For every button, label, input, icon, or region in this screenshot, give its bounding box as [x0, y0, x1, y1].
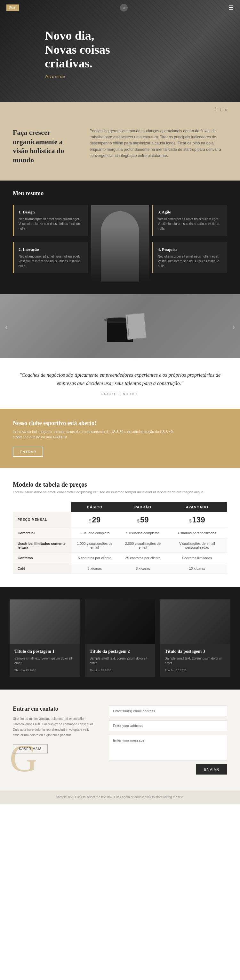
pricing-col-standard: PADRÃO: [119, 502, 167, 512]
pricing-row-label: PREÇO MENSAL: [13, 512, 71, 528]
resume-item-text-2: Nec ullamcorper sit amet risus nullam eg…: [19, 254, 83, 269]
sports-text: Inscreva-se hoje pagando nossas taxas de…: [13, 429, 173, 440]
pricing-row-basic-commercial: 1 usuário completo: [71, 528, 119, 538]
entrar-button[interactable]: ENTRAR: [13, 447, 43, 457]
pricing-row-standard-commercial: 5 usuários completos: [119, 528, 167, 538]
footer: Sample Text. Click to select the text bo…: [0, 791, 240, 803]
pricing-row-users: Usuários ilimitados somente leitura 1.00…: [13, 538, 227, 552]
post-body-3: Título da postagem 3 Sample small text. …: [160, 644, 230, 677]
resume-item-text-3: Nec ullamcorper sit amet risus nullam eg…: [158, 216, 222, 231]
post-title-3: Título da postagem 3: [165, 649, 226, 654]
contact-heading: Entrar em contato: [13, 706, 96, 712]
resume-item-research: 4. Pesquisa Nec ullamcorper sit amet ris…: [152, 242, 227, 273]
site-logo[interactable]: Start: [6, 5, 19, 11]
address-field[interactable]: [109, 720, 227, 731]
pricing-row-label-commercial: Comercial: [13, 528, 71, 538]
pricing-row-basic-contacts: 5 contatos por cliente: [71, 552, 119, 563]
contact-section: G Entrar em contato Ut enim ad minim ven…: [0, 690, 240, 791]
hero-title: Novo dia, Novas coisas criativas.: [45, 29, 110, 71]
pricing-row-standard-coffee: 8 xícaras: [119, 563, 167, 574]
pricing-row-commercial: Comercial 1 usuário completo 5 usuários …: [13, 528, 227, 538]
price-value-advanced: 139: [192, 515, 205, 524]
pricing-price-standard: $59: [119, 512, 167, 528]
pricing-price-row: PREÇO MENSAL $29 $59 $139: [13, 512, 227, 528]
pricing-row-advanced-contacts: Contatos ilimitados: [167, 552, 227, 563]
post-date-2: Thu Jun 25 2020: [90, 669, 150, 672]
resume-item-text: Nec ullamcorper sit amet risus nullam eg…: [19, 216, 83, 231]
post-text-2: Sample small text. Lorem ipsum dolor sit…: [90, 656, 150, 666]
resume-item-title-2: 2. Inovação: [19, 247, 83, 252]
pricing-heading: Modelo de tabela de preços: [13, 481, 227, 488]
resume-item-title: 1. Design: [19, 210, 83, 215]
hero-content: Novo dia, Novas coisas criativas. Wiya i…: [45, 29, 110, 78]
post-image-3: [160, 600, 230, 644]
instagram-icon[interactable]: o: [225, 107, 227, 112]
saber-mais-button[interactable]: SABER MAIS: [13, 744, 48, 754]
resume-right: 3. Agile Nec ullamcorper sit amet risus …: [152, 205, 227, 273]
resume-left: 1. Design Nec ullamcorper sit amet risus…: [13, 205, 88, 273]
pricing-row-label-contacts: Contatos: [13, 552, 71, 563]
photo-person: [101, 211, 139, 282]
menu-button[interactable]: ☰: [229, 4, 234, 11]
resume-item-title-3: 3. Agile: [158, 210, 222, 215]
quote-section: "Coaches de negócios são tipicamente emp…: [0, 358, 240, 408]
resume-item-agile: 3. Agile Nec ullamcorper sit amet risus …: [152, 205, 227, 236]
post-text-3: Sample small text. Lorem ipsum dolor sit…: [165, 656, 226, 666]
hero-subtitle: Wiya imam: [45, 75, 110, 78]
post-body-1: Título da postagem 1 Sample small text. …: [10, 644, 80, 677]
grow-right: Podcasting gerenciamento de mudanças ope…: [90, 128, 227, 165]
pricing-row-basic-users: 1.000 visualizações de email: [71, 538, 119, 552]
resume-center-photo: [88, 205, 152, 282]
post-image-1: [10, 600, 80, 644]
post-body-2: Título da postagem 2 Sample small text. …: [85, 644, 155, 677]
quote-text: "Coaches de negócios são tipicamente emp…: [19, 371, 221, 387]
pricing-subtext: Lorem ipsum dolor sit amet, consectetur …: [13, 490, 227, 494]
resume-item-design: 1. Design Nec ullamcorper sit amet risus…: [13, 205, 88, 236]
search-button[interactable]: ⌕: [120, 4, 128, 11]
price-value-standard: 59: [140, 515, 149, 524]
pricing-row-advanced-users: Visualizações de email personalizadas: [167, 538, 227, 552]
resume-item-innovation: 2. Inovação Nec ullamcorper sit amet ris…: [13, 242, 88, 273]
post-overlay-2: [85, 600, 155, 644]
slider-section: ‹ ›: [0, 294, 240, 358]
facebook-icon[interactable]: f: [214, 107, 216, 112]
search-icon: ⌕: [123, 5, 125, 10]
resume-item-title-4: 4. Pesquisa: [158, 247, 222, 252]
email-field[interactable]: [109, 706, 227, 716]
pricing-row-contacts: Contatos 5 contatos por cliente 25 conta…: [13, 552, 227, 563]
price-value-basic: 29: [92, 515, 101, 524]
post-card-3: Título da postagem 3 Sample small text. …: [160, 600, 230, 677]
pricing-price-advanced: $139: [167, 512, 227, 528]
pricing-row-standard-users: 2.000 visualizações de email: [119, 538, 167, 552]
pricing-col-empty: [13, 502, 71, 512]
grow-heading: Faça crescer organicamente a visão holís…: [13, 128, 77, 165]
contact-text: Ut enim ad minim veniam, quis nostrud ex…: [13, 716, 96, 738]
grow-left: Faça crescer organicamente a visão holís…: [13, 128, 77, 165]
pricing-row-basic-coffee: 5 xícaras: [71, 563, 119, 574]
pricing-row-advanced-coffee: 10 xícaras: [167, 563, 227, 574]
slider-prev-button[interactable]: ‹: [5, 321, 8, 331]
pricing-table: BÁSICO PADRÃO AVANÇADO PREÇO MENSAL $29 …: [13, 502, 227, 574]
hero-overlay: [0, 0, 240, 102]
slider-visual: [88, 301, 152, 352]
post-image-2: [85, 600, 155, 644]
coffee-visual: [88, 301, 152, 352]
post-card-2: Título da postagem 2 Sample small text. …: [85, 600, 155, 677]
hero-section: Start ⌕ ☰ Novo dia, Novas coisas criativ…: [0, 0, 240, 102]
slider-next-button[interactable]: ›: [232, 321, 235, 331]
resume-grid: 1. Design Nec ullamcorper sit amet risus…: [13, 205, 227, 282]
currency-standard: $: [137, 518, 139, 523]
resume-item-text-4: Nec ullamcorper sit amet risus nullam eg…: [158, 254, 222, 269]
pricing-row-label-users: Usuários ilimitados somente leitura: [13, 538, 71, 552]
resume-heading: Meu resumo: [13, 190, 227, 197]
enviar-button[interactable]: ENVIAR: [196, 764, 227, 775]
pricing-price-basic: $29: [71, 512, 119, 528]
pricing-row-advanced-commercial: Usuários personalizados: [167, 528, 227, 538]
sports-section: Nosso clube esportivo está aberto! Inscr…: [0, 409, 240, 468]
pricing-row-label-coffee: Café: [13, 563, 71, 574]
hero-nav: Start ⌕ ☰: [0, 0, 240, 15]
quote-author: BRIGITTE NICOLE: [19, 392, 221, 396]
message-field[interactable]: [109, 735, 227, 760]
post-date-3: Thu Jun 25 2020: [165, 669, 226, 672]
twitter-icon[interactable]: t: [220, 107, 221, 112]
